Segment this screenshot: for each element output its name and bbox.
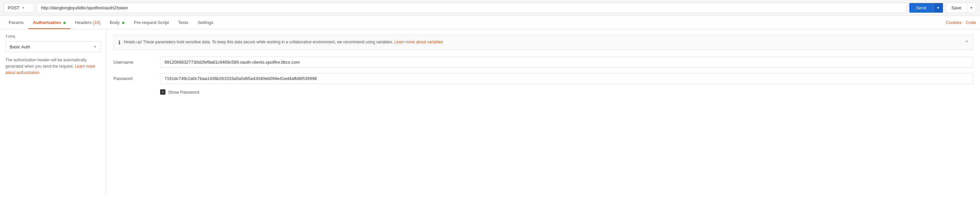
password-input[interactable]: [160, 73, 973, 84]
show-password-row: ✓ Show Password: [160, 89, 973, 95]
alert-icon: ℹ: [118, 39, 121, 46]
username-row: Username: [113, 57, 973, 68]
authorization-dot: [64, 22, 66, 24]
alert-learn-more-link[interactable]: Learn more about variables: [394, 40, 443, 44]
alert-banner: ℹ Heads up! These parameters hold sensit…: [113, 35, 973, 50]
show-password-checkbox[interactable]: ✓: [160, 89, 165, 95]
tab-settings[interactable]: Settings: [193, 16, 218, 29]
url-input[interactable]: [37, 3, 907, 13]
checkmark-icon: ✓: [161, 90, 164, 94]
save-dropdown-button[interactable]: ▼: [967, 3, 976, 13]
alert-close-button[interactable]: ×: [965, 39, 968, 44]
show-password-label: Show Password: [168, 90, 199, 95]
password-row: Password: [113, 73, 973, 84]
main-content: TYPE Basic Auth ▼ The authorization head…: [0, 29, 980, 194]
tab-params[interactable]: Params: [4, 16, 29, 29]
type-label: TYPE: [5, 35, 101, 39]
left-panel: TYPE Basic Auth ▼ The authorization head…: [0, 29, 107, 194]
type-select[interactable]: Basic Auth ▼: [5, 41, 101, 52]
username-input[interactable]: [160, 57, 973, 68]
tab-authorization[interactable]: Authorization: [29, 16, 70, 29]
tab-body[interactable]: Body: [105, 16, 129, 29]
method-chevron: ▼: [21, 6, 25, 10]
method-select[interactable]: POST ▼: [4, 3, 34, 13]
tab-prerequest[interactable]: Pre-request Script: [129, 16, 173, 29]
save-btn-group: Save ▼: [946, 3, 976, 13]
method-label: POST: [8, 5, 19, 10]
code-link[interactable]: Code: [966, 20, 976, 25]
type-chevron: ▼: [94, 45, 97, 49]
alert-text: Heads up! These parameters hold sensitiv…: [124, 39, 443, 45]
cookies-link[interactable]: Cookies: [946, 20, 962, 25]
username-label: Username: [113, 60, 160, 65]
tab-nav: Params Authorization Headers (10) Body P…: [0, 16, 980, 29]
type-value: Basic Auth: [10, 44, 30, 49]
tab-nav-right: Cookies Code: [946, 20, 976, 25]
tab-headers[interactable]: Headers (10): [70, 16, 105, 29]
toolbar: POST ▼ Send ▼ Save ▼: [0, 0, 980, 16]
send-dropdown-button[interactable]: ▼: [933, 3, 943, 13]
send-btn-group: Send ▼: [909, 3, 943, 13]
password-label: Password: [113, 76, 160, 81]
send-button[interactable]: Send: [909, 3, 932, 13]
right-panel: ℹ Heads up! These parameters hold sensit…: [107, 29, 980, 194]
tab-tests[interactable]: Tests: [173, 16, 193, 29]
save-button[interactable]: Save: [946, 3, 967, 13]
auth-description: The authorization header will be automat…: [5, 57, 101, 76]
body-dot: [122, 22, 124, 24]
